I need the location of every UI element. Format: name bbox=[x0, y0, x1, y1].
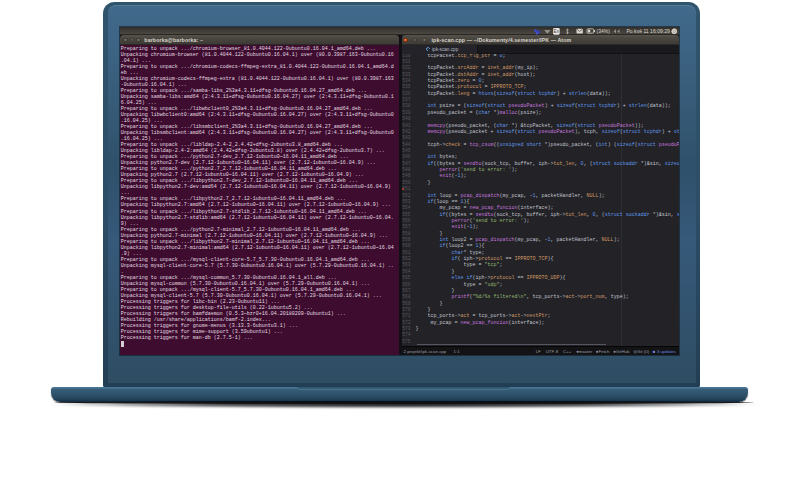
svg-text:(34%): (34%) bbox=[596, 27, 610, 33]
svg-text:Po kvě 11 16:09:29: Po kvě 11 16:09:29 bbox=[626, 28, 670, 34]
svg-text:En: En bbox=[553, 28, 559, 33]
